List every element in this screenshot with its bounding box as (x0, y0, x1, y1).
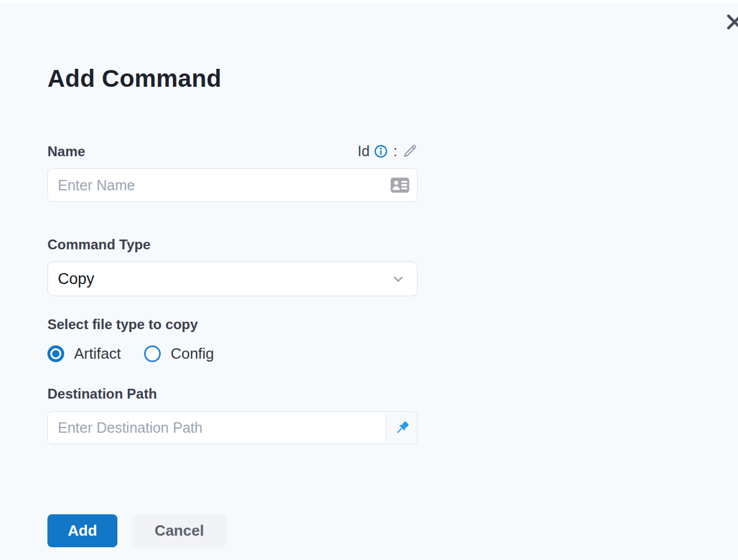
id-label: Id (357, 143, 370, 160)
radio-option-config[interactable]: Config (144, 345, 214, 363)
add-button[interactable]: Add (47, 514, 117, 547)
file-type-radio-group: Artifact Config (47, 345, 214, 362)
radio-option-artifact[interactable]: Artifact (47, 345, 121, 363)
file-type-label: Select file type to copy (47, 316, 198, 333)
info-icon[interactable] (374, 145, 388, 158)
destination-path-input-wrap (47, 411, 418, 444)
destination-path-input[interactable] (48, 412, 386, 444)
close-button[interactable] (724, 12, 738, 32)
page-title: Add Command (47, 65, 222, 93)
command-type-selected-value: Copy (58, 270, 391, 288)
command-type-label: Command Type (47, 237, 150, 253)
name-input[interactable] (48, 169, 417, 201)
radio-label: Config (171, 345, 214, 363)
pin-addon-button[interactable] (386, 412, 417, 444)
cancel-button[interactable]: Cancel (132, 514, 227, 547)
id-colon: : (393, 143, 397, 160)
radio-unselected-icon[interactable] (144, 345, 161, 362)
dialog-actions: Add Cancel (47, 514, 227, 547)
id-group: Id : (357, 143, 418, 160)
radio-label: Artifact (74, 345, 121, 363)
contact-card-icon[interactable] (390, 178, 409, 193)
name-input-wrap (47, 168, 418, 202)
pushpin-icon (394, 420, 410, 436)
name-label: Name (47, 143, 85, 160)
destination-path-label: Destination Path (47, 386, 157, 402)
radio-selected-icon[interactable] (47, 345, 64, 362)
edit-pencil-icon[interactable] (402, 143, 418, 159)
top-divider (0, 0, 738, 3)
chevron-down-icon (391, 272, 405, 286)
close-icon (724, 12, 738, 32)
name-label-row: Name Id : (47, 143, 418, 160)
command-type-select[interactable]: Copy (47, 261, 418, 296)
